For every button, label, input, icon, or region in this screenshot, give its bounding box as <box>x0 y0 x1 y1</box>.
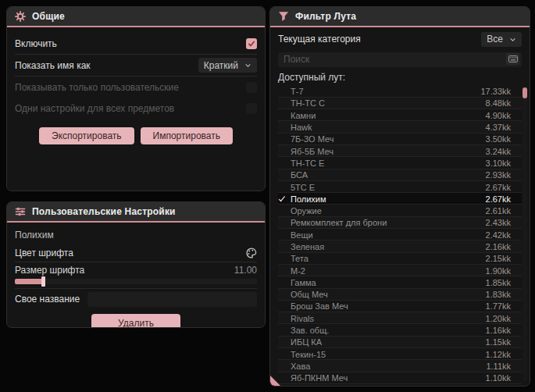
name-display-label: Показать имя как <box>15 60 91 71</box>
setting-row-same-settings: Одни настройки для всех предметов <box>15 98 257 119</box>
setting-row-name-display: Показать имя как Краткий <box>15 55 257 76</box>
loot-item-row[interactable]: Ремкомплект для брони2.43kk <box>278 217 522 229</box>
setting-row-enable: Включить <box>15 33 257 54</box>
slider-fill <box>15 279 45 284</box>
palette-icon[interactable] <box>246 248 257 258</box>
loot-item-row[interactable]: БСА2.93kk <box>278 169 522 181</box>
font-size-row: Размер шрифта 11.00 <box>15 262 257 288</box>
resize-grip[interactable] <box>270 376 280 386</box>
loot-item-value: 3.10kk <box>486 159 511 168</box>
search-input[interactable] <box>278 52 522 67</box>
delete-button[interactable]: Удалить <box>91 314 180 328</box>
loot-item-row[interactable]: Полихим2.67kk <box>278 193 522 205</box>
setting-row-only-custom: Показывать только пользовательские <box>15 77 257 98</box>
loot-item-value: 4.90kk <box>486 111 511 120</box>
loot-item-value: 1.20kk <box>486 314 511 323</box>
window-general-title: Общие <box>32 11 65 22</box>
loot-item-name: Т-7 <box>291 87 480 96</box>
loot-item-row[interactable]: Зав. общ.1.16kk <box>278 324 522 336</box>
header-accent-line <box>7 221 265 223</box>
loot-item-row[interactable]: Общ Меч1.83kk <box>278 289 522 301</box>
loot-item-name: Хава <box>291 362 486 371</box>
loot-item-row[interactable]: Гамма1.85kk <box>278 276 522 288</box>
loot-item-value: 2.15kk <box>486 254 511 263</box>
loot-item-name: ТН-ТС Е <box>291 159 486 168</box>
loot-item-row[interactable]: Т-717.33kk <box>278 86 522 98</box>
loot-item-name: Rivals <box>291 314 486 323</box>
loot-item-name: ТН-ТС С <box>291 98 486 108</box>
loot-item-value: 2.61kk <box>486 206 511 216</box>
loot-item-name: Вещи <box>291 230 486 240</box>
window-loot-filter: Фильтр Лута Текущая категория Все Доступ… <box>269 6 530 387</box>
loot-item-row[interactable]: ТН-ТС С8.48kk <box>278 98 522 109</box>
category-combo-value: Все <box>487 34 503 45</box>
loot-item-value: 8.48kk <box>486 98 511 108</box>
loot-item-row[interactable]: Текин-151.12kk <box>278 348 522 360</box>
loot-item-value: 1.90kk <box>486 266 511 276</box>
loot-item-name: 5ТС Е <box>291 183 486 192</box>
loot-item-row[interactable]: Хава1.11kk <box>278 360 522 372</box>
category-combo[interactable]: Все <box>481 32 522 47</box>
loot-item-row[interactable]: Оружие2.61kk <box>278 205 522 216</box>
loot-item-row[interactable]: ИБЦ КА1.15kk <box>278 337 522 348</box>
loot-item-row[interactable]: Яб-ПКНМ Меч1.10kk <box>278 372 522 384</box>
loot-item-value: 2.16kk <box>486 242 511 251</box>
scrollbar[interactable] <box>523 86 527 381</box>
same-settings-checkbox[interactable] <box>246 103 257 114</box>
loot-item-row[interactable]: Камни4.90kk <box>278 109 522 121</box>
loot-item-name: Камни <box>291 111 486 120</box>
loot-item-value: 1.85kk <box>486 278 511 287</box>
window-filter-title: Фильтр Лута <box>295 11 356 22</box>
font-size-value: 11.00 <box>234 265 257 276</box>
loot-item-row[interactable]: Зеленая2.16kk <box>278 241 522 252</box>
loot-item-name: ИБЦ КА <box>291 337 486 347</box>
search-row <box>278 52 522 67</box>
loot-item-value: 2.42kk <box>486 230 511 240</box>
enable-checkbox[interactable] <box>246 38 257 49</box>
chevron-down-icon <box>244 62 251 69</box>
window-filter-titlebar[interactable]: Фильтр Лута <box>270 7 530 26</box>
import-button[interactable]: Импортировать <box>141 127 233 144</box>
loot-list: Т-717.33kkТН-ТС С8.48kkКамни4.90kkHawk4.… <box>278 86 522 384</box>
loot-item-row[interactable]: М-21.90kk <box>278 265 522 276</box>
loot-item-row[interactable]: Rivals1.20kk <box>278 312 522 324</box>
only-custom-checkbox[interactable] <box>246 82 257 93</box>
loot-item-row[interactable]: Брош Зав Меч1.77kk <box>278 301 522 312</box>
window-custom-titlebar[interactable]: Пользовательские Настройки <box>7 202 265 221</box>
loot-item-row[interactable]: 5ТС Е2.67kk <box>278 181 522 193</box>
loot-item-row[interactable]: Hawk4.37kk <box>278 121 522 133</box>
loot-item-row[interactable]: 7Б-3О Меч3.50kk <box>278 134 522 145</box>
window-custom-title: Пользовательские Настройки <box>32 206 176 217</box>
loot-item-value: 1.11kk <box>486 362 511 371</box>
font-size-label: Размер шрифта <box>15 265 84 276</box>
window-general: Общие Включить Показать имя как Краткий … <box>6 6 266 191</box>
loot-item-name: Ремкомплект для брони <box>291 218 486 227</box>
selected-item-name: Полихим <box>15 230 257 244</box>
slider-grab[interactable] <box>41 276 45 287</box>
same-settings-label: Одни настройки для всех предметов <box>15 103 174 114</box>
loot-item-value: 3.50kk <box>486 134 511 144</box>
scrollbar-thumb[interactable] <box>523 87 527 98</box>
font-size-slider[interactable] <box>15 279 257 284</box>
loot-item-value: 3.24kk <box>486 147 511 156</box>
name-display-combo[interactable]: Краткий <box>198 58 257 73</box>
loot-item-value: 17.33kk <box>480 87 511 96</box>
loot-item-row[interactable]: Яб-5Б Меч3.24kk <box>278 145 522 157</box>
custom-name-input[interactable] <box>87 292 257 307</box>
gear-icon <box>15 11 26 22</box>
window-general-titlebar[interactable]: Общие <box>7 7 265 26</box>
loot-item-row[interactable]: ТН-ТС Е3.10kk <box>278 157 522 169</box>
loot-item-value: 4.37kk <box>486 123 511 132</box>
enable-label: Включить <box>15 38 57 49</box>
loot-item-name: Полихим <box>291 194 486 204</box>
loot-item-row[interactable]: Вещи2.42kk <box>278 229 522 241</box>
loot-item-name: Текин-15 <box>291 350 486 359</box>
keyboard-icon[interactable] <box>506 53 519 65</box>
export-button[interactable]: Экспортировать <box>39 127 134 144</box>
loot-item-name: Яб-ПКНМ Меч <box>291 373 486 383</box>
loot-item-value: 1.16kk <box>486 326 511 335</box>
loot-item-name: Гамма <box>291 278 486 287</box>
loot-item-row[interactable]: Тета2.15kk <box>278 253 522 265</box>
loot-item-name: Брош Зав Меч <box>291 301 486 311</box>
custom-name-row: Свое название <box>15 289 257 309</box>
